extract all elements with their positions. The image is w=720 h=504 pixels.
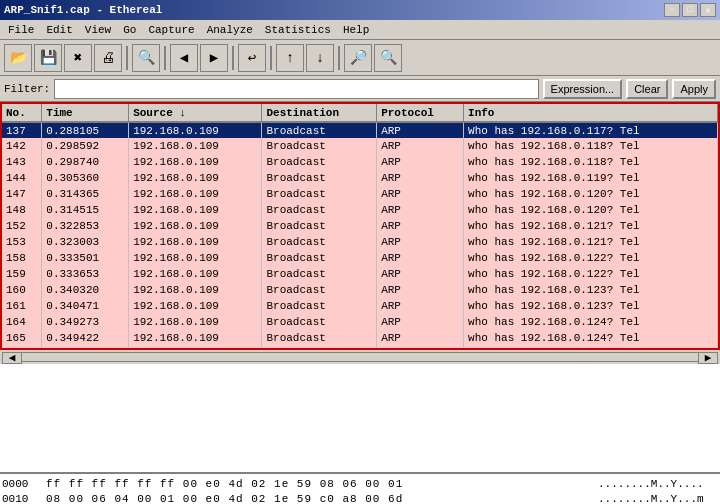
cell-protocol: ARP [377,186,464,202]
packet-table: No.TimeSource ↓DestinationProtocolInfo 1… [2,104,718,350]
cell-info: Who has 192.168.0.117? Tel [464,122,718,138]
menu-item-go[interactable]: Go [117,22,142,38]
hex-offset: 0010 [2,493,38,505]
cell-info: who has 192.168.0.124? Tel [464,330,718,346]
menu-item-help[interactable]: Help [337,22,375,38]
cell-source: 192.168.0.109 [129,186,262,202]
clear-button[interactable]: Clear [626,79,668,99]
horizontal-scroll[interactable]: ◀ ▶ [0,350,720,364]
table-row[interactable]: 1600.340320192.168.0.109BroadcastARPwho … [2,282,718,298]
cell-destination: Broadcast [262,138,377,154]
cell-protocol: ARP [377,202,464,218]
cell-protocol: ARP [377,154,464,170]
table-row[interactable]: 1430.298740192.168.0.109BroadcastARPwho … [2,154,718,170]
scroll-down-icon[interactable]: ↓ [306,44,334,72]
cell-time: 0.333653 [42,266,129,282]
table-row[interactable]: 1650.349422192.168.0.109BroadcastARPwho … [2,330,718,346]
hex-ascii: ........M..Y...m [598,493,718,505]
back-icon[interactable]: ◀ [170,44,198,72]
table-row[interactable]: 1580.333501192.168.0.109BroadcastARPwho … [2,250,718,266]
cell-no: 142 [2,138,42,154]
find-icon[interactable]: 🔍 [132,44,160,72]
menu-item-statistics[interactable]: Statistics [259,22,337,38]
cell-time: 0.340320 [42,282,129,298]
table-row[interactable]: 1640.349273192.168.0.109BroadcastARPwho … [2,314,718,330]
zoom-in-icon[interactable]: 🔎 [344,44,372,72]
menu-item-analyze[interactable]: Analyze [201,22,259,38]
maximize-button[interactable]: □ [682,3,698,17]
menu-item-view[interactable]: View [79,22,117,38]
cell-destination: Broadcast [262,218,377,234]
close-icon[interactable]: ✖ [64,44,92,72]
forward-icon[interactable]: ▶ [200,44,228,72]
cell-source: 192.168.0.109 [129,282,262,298]
cell-no: 143 [2,154,42,170]
cell-protocol: ARP [377,138,464,154]
filter-bar: Filter: Expression... Clear Apply [0,76,720,102]
toolbar-separator [338,46,340,70]
cell-no: 164 [2,314,42,330]
cell-protocol: ARP [377,266,464,282]
col-header-time[interactable]: Time [42,104,129,122]
scroll-right-btn[interactable]: ▶ [698,352,718,364]
filter-input[interactable] [54,79,538,99]
table-row[interactable]: 1440.305360192.168.0.109BroadcastARPwho … [2,170,718,186]
detail-pane [0,364,720,474]
table-row[interactable]: 1480.314515192.168.0.109BroadcastARPwho … [2,202,718,218]
expression-button[interactable]: Expression... [543,79,623,99]
cell-destination: Broadcast [262,250,377,266]
cell-info: who has 192.168.0.121? Tel [464,234,718,250]
zoom-out-icon[interactable]: 🔍 [374,44,402,72]
cell-no: 159 [2,266,42,282]
cell-time: 0.349273 [42,314,129,330]
cell-destination: Broadcast [262,314,377,330]
col-header-protocol[interactable]: Protocol [377,104,464,122]
title-bar: ARP_Snif1.cap - Ethereal − □ ✕ [0,0,720,20]
reload-icon[interactable]: ↩ [238,44,266,72]
toolbar: 📂💾✖🖨🔍◀▶↩↑↓🔎🔍 [0,40,720,76]
cell-destination: Broadcast [262,266,377,282]
table-row[interactable]: 1420.298592192.168.0.109BroadcastARPwho … [2,138,718,154]
cell-info: who has 192.168.0.123? Tel [464,298,718,314]
table-body: 1370.288105192.168.0.109BroadcastARPWho … [2,122,718,350]
table-row[interactable]: 1370.288105192.168.0.109BroadcastARPWho … [2,122,718,138]
apply-button[interactable]: Apply [672,79,716,99]
col-header-source[interactable]: Source ↓ [129,104,262,122]
save-icon[interactable]: 💾 [34,44,62,72]
table-row[interactable]: 1520.322853192.168.0.109BroadcastARPwho … [2,218,718,234]
cell-info: who has 192.168.0.121? Tel [464,218,718,234]
cell-destination: Broadcast [262,170,377,186]
print-icon[interactable]: 🖨 [94,44,122,72]
menu-item-capture[interactable]: Capture [142,22,200,38]
col-header-no[interactable]: No. [2,104,42,122]
menu-item-file[interactable]: File [2,22,40,38]
cell-protocol: ARP [377,218,464,234]
table-row[interactable]: 1470.314365192.168.0.109BroadcastARPwho … [2,186,718,202]
cell-destination: Broadcast [262,234,377,250]
cell-no: 158 [2,250,42,266]
close-button[interactable]: ✕ [700,3,716,17]
cell-time: 0.314515 [42,202,129,218]
cell-destination: Broadcast [262,298,377,314]
table-row[interactable]: 1590.333653192.168.0.109BroadcastARPwho … [2,266,718,282]
table-header-row: No.TimeSource ↓DestinationProtocolInfo [2,104,718,122]
col-header-destination[interactable]: Destination [262,104,377,122]
cell-source: 192.168.0.109 [129,314,262,330]
minimize-button[interactable]: − [664,3,680,17]
menu-item-edit[interactable]: Edit [40,22,78,38]
scroll-track [22,352,698,362]
cell-source: 192.168.0.109 [129,234,262,250]
table-row[interactable]: 1530.323003192.168.0.109BroadcastARPwho … [2,234,718,250]
cell-protocol: ARP [377,234,464,250]
open-icon[interactable]: 📂 [4,44,32,72]
scroll-up-icon[interactable]: ↑ [276,44,304,72]
packet-list-container[interactable]: No.TimeSource ↓DestinationProtocolInfo 1… [0,102,720,350]
scroll-left-btn[interactable]: ◀ [2,352,22,364]
cell-time: 0.349422 [42,330,129,346]
cell-source: 192.168.0.109 [129,330,262,346]
toolbar-separator [270,46,272,70]
cell-no: 161 [2,298,42,314]
table-row[interactable]: 1610.340471192.168.0.109BroadcastARPwho … [2,298,718,314]
cell-time: 0.305360 [42,170,129,186]
col-header-info[interactable]: Info [464,104,718,122]
